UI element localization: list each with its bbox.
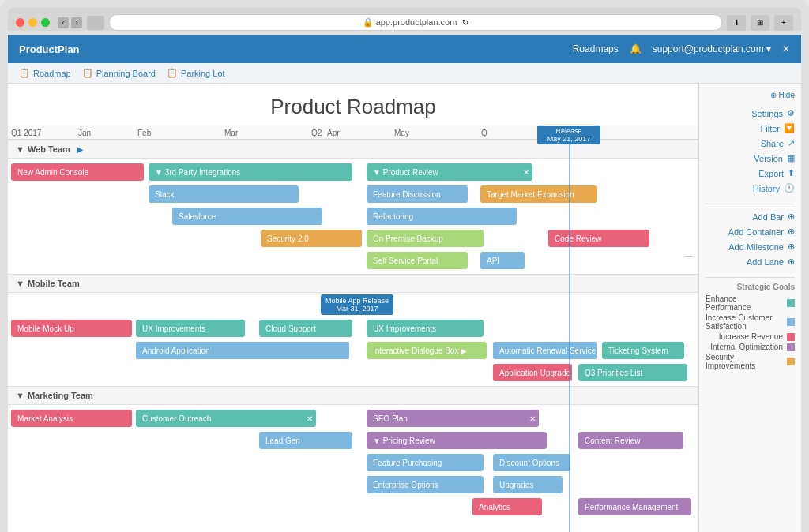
parking-lot-tab[interactable]: 📋 Parking Lot xyxy=(167,68,225,78)
list-item[interactable]: Salesforce xyxy=(172,208,322,225)
close-icon[interactable]: ✕ xyxy=(782,43,790,54)
list-item[interactable]: SEO Plan ✕ xyxy=(367,410,539,427)
list-item[interactable]: ▼ Product Review ✕ xyxy=(367,163,532,181)
list-item[interactable]: Market Analysis xyxy=(11,410,132,427)
filter-item[interactable]: Filter 🔽 xyxy=(706,121,795,136)
table-row: Self Service Portal API — xyxy=(11,250,695,271)
list-item[interactable]: Android Application xyxy=(136,342,349,359)
forward-button[interactable]: › xyxy=(71,17,82,28)
history-icon: 🕐 xyxy=(784,183,795,193)
table-row: Lead Gen ▼ Pricing Review Content Review xyxy=(11,430,695,451)
list-item[interactable]: Slack xyxy=(149,185,299,203)
user-menu[interactable]: support@productplan.com ▾ xyxy=(653,43,771,54)
may-label: May xyxy=(394,129,481,137)
legend-color-4 xyxy=(787,358,795,365)
list-item[interactable]: Cloud Support xyxy=(259,320,352,337)
add-container-item[interactable]: Add Container ⊕ xyxy=(706,224,795,239)
table-row: New Admin Console ▼ 3rd Party Integratio… xyxy=(11,162,695,182)
list-item[interactable]: On Premise Backup xyxy=(367,230,484,247)
table-row: Mobile Mock Up UX Improvements Cloud Sup… xyxy=(11,318,695,339)
new-tab-button[interactable]: ⊞ xyxy=(751,15,769,31)
legend-item-4: Security Improvements xyxy=(706,353,795,370)
list-item[interactable]: Enterprise Options xyxy=(367,476,484,493)
add-milestone-item[interactable]: Add Milestone ⊕ xyxy=(706,239,795,254)
roadmap-area: Product Roadmap Q1 2017 Jan Feb Mar Q2 A… xyxy=(8,84,698,532)
list-item[interactable]: UX Improvements xyxy=(367,320,484,337)
back-button[interactable]: ‹ xyxy=(58,17,69,28)
legend-item-1: Increase Customer Satisfaction xyxy=(706,313,795,331)
export-icon: ⬆ xyxy=(788,168,795,178)
refresh-button[interactable]: ↻ xyxy=(462,18,468,27)
history-item[interactable]: History 🕐 xyxy=(706,181,795,196)
marketing-team-header: ▼ Marketing Team xyxy=(8,386,698,405)
list-item[interactable]: Discount Options xyxy=(493,454,570,471)
table-row: Android Application Interactive Dialogue… xyxy=(11,340,695,361)
list-item[interactable]: Interactive Dialogue Box ▶ xyxy=(367,342,487,359)
list-item[interactable]: Self Service Portal xyxy=(367,252,468,269)
roadmaps-link[interactable]: Roadmaps xyxy=(573,43,619,54)
list-item[interactable]: Upgrades xyxy=(493,476,563,493)
export-item[interactable]: Export ⬆ xyxy=(706,166,795,181)
q1-label: Q1 2017 xyxy=(11,129,78,137)
window-button[interactable] xyxy=(87,16,104,30)
collapse-icon[interactable]: ▼ xyxy=(16,391,24,400)
collapse-icon[interactable]: ▼ xyxy=(16,279,24,288)
plus-button[interactable]: + xyxy=(774,15,793,31)
list-item[interactable]: Target Market Expansion xyxy=(480,185,597,203)
settings-icon: ⚙ xyxy=(787,108,795,118)
filter-icon: 🔽 xyxy=(784,123,795,133)
add-bar-item[interactable]: Add Bar ⊕ xyxy=(706,209,795,224)
add-lane-item[interactable]: Add Lane ⊕ xyxy=(706,254,795,269)
list-item[interactable]: UX Improvements xyxy=(136,320,245,337)
timeline-header: Q1 2017 Jan Feb Mar Q2 Apr May Q Release… xyxy=(8,126,698,140)
list-item[interactable]: Feature Purchasing xyxy=(367,454,484,471)
list-item[interactable]: Code Review xyxy=(548,230,649,247)
mobile-team-header: ▼ Mobile Team xyxy=(8,274,698,293)
legend-section: Strategic Goals Enhance Performance Incr… xyxy=(706,283,795,370)
list-item[interactable]: Ticketing System xyxy=(602,342,684,359)
app-header: ProductPlan Roadmaps 🔔 support@productpl… xyxy=(8,35,801,63)
list-item[interactable]: Q3 Priorities List xyxy=(578,364,687,381)
web-team-arrow: ▶ xyxy=(77,145,83,154)
roadmap-tab[interactable]: 📋 Roadmap xyxy=(19,68,71,78)
list-item[interactable]: Application Upgrade xyxy=(493,364,572,381)
planning-board-tab[interactable]: 📋 Planning Board xyxy=(82,68,156,78)
q3-label: Q xyxy=(481,129,529,137)
share-icon: ↗ xyxy=(788,138,795,148)
list-item[interactable]: Content Review xyxy=(578,432,683,449)
list-item[interactable]: Mobile Mock Up xyxy=(11,320,132,337)
divider xyxy=(706,204,795,204)
settings-item[interactable]: Settings ⚙ xyxy=(706,106,795,121)
app-nav: Roadmaps 🔔 support@productplan.com ▾ ✕ xyxy=(573,43,790,54)
sub-nav: 📋 Roadmap 📋 Planning Board 📋 Parking Lot xyxy=(8,63,801,84)
list-item[interactable]: Refactoring xyxy=(367,208,517,225)
version-item[interactable]: Version ▦ xyxy=(706,151,795,166)
add-lane-icon: ⊕ xyxy=(788,257,795,267)
legend-title: Strategic Goals xyxy=(706,283,795,291)
share-button[interactable]: ⬆ xyxy=(727,15,746,31)
show-hide-toggle[interactable]: ⊕ Hide xyxy=(770,91,795,99)
list-item[interactable]: Security 2.0 xyxy=(261,230,362,247)
pricing-review-bar[interactable]: ▼ Pricing Review xyxy=(367,432,547,449)
list-item[interactable]: New Admin Console xyxy=(11,163,144,181)
roadmap-title: Product Roadmap xyxy=(8,84,698,126)
list-item[interactable]: Performance Management xyxy=(578,498,691,515)
add-milestone-icon: ⊕ xyxy=(788,242,795,252)
notifications-icon[interactable]: 🔔 xyxy=(630,43,642,54)
list-item[interactable]: API xyxy=(480,252,525,269)
share-item[interactable]: Share ↗ xyxy=(706,136,795,151)
table-row: Feature Purchasing Discount Options xyxy=(11,452,695,473)
list-item[interactable]: Lead Gen xyxy=(259,432,352,449)
table-row: Salesforce Refactoring xyxy=(11,206,695,227)
list-item[interactable]: Analytics xyxy=(472,498,542,515)
address-bar[interactable]: 🔒 app.productplan.com ↻ xyxy=(109,14,722,31)
main-layout: Product Roadmap Q1 2017 Jan Feb Mar Q2 A… xyxy=(8,84,801,532)
legend-color-1 xyxy=(787,318,795,326)
list-item[interactable]: Feature Discussion xyxy=(367,185,468,203)
add-section: Add Bar ⊕ Add Container ⊕ Add Milestone … xyxy=(706,209,795,269)
list-item[interactable]: Customer Outreach ✕ xyxy=(136,410,316,427)
list-item[interactable]: Automatic Renewal Service xyxy=(493,342,597,359)
list-item[interactable]: ▼ 3rd Party Integrations xyxy=(149,163,352,181)
collapse-icon[interactable]: ▼ xyxy=(16,144,24,154)
traffic-red xyxy=(16,18,24,27)
